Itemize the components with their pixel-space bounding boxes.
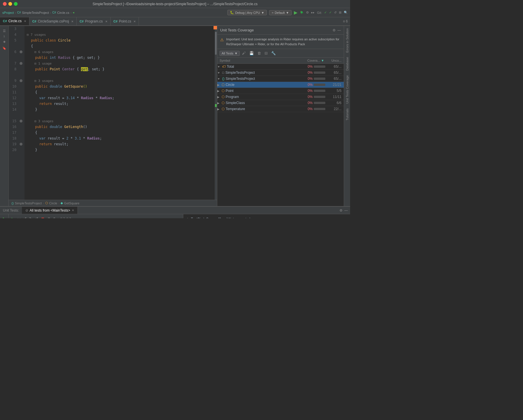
search-icon[interactable]: 🔍	[344, 11, 348, 14]
sidebar-tab-errors[interactable]: Errors in Solution	[345, 26, 350, 55]
program-pct: 0%	[308, 95, 313, 99]
tab-main-tests[interactable]: ⊘ All tests from <MainTests> ✕	[22, 207, 78, 214]
expand-circle[interactable]: ▶	[217, 83, 220, 86]
coverage-row-project[interactable]: ▼ □ SimpleTestsProject 0% 65/...	[217, 70, 344, 76]
simpleclass-icon: ⬡	[222, 101, 224, 105]
nav-file[interactable]: Circle.cs	[57, 11, 69, 14]
coverage-minimize-icon[interactable]: —	[337, 28, 341, 32]
breadcrumb-namespace[interactable]: SimpleTestsProject	[15, 201, 42, 205]
coverage-filter-icon[interactable]: ⊟	[263, 50, 269, 56]
close-tab-sample[interactable]: ✕	[71, 20, 73, 23]
expand-ns[interactable]: ▼	[217, 77, 220, 80]
circle-bar-bg	[314, 84, 325, 86]
tabs-overflow[interactable]: ≡ 6	[341, 17, 350, 25]
git-window[interactable]: ⊞	[339, 11, 341, 14]
sidebar-tab-tutorials[interactable]: Tutorials	[345, 106, 350, 123]
sidebar-bookmark-icon[interactable]: 🔖	[1, 46, 7, 51]
git-push[interactable]: ✓	[324, 11, 327, 14]
test-run-all-btn[interactable]: ⏭	[16, 216, 22, 219]
code-editor[interactable]: ⊟ 7 usages public class Circle { ⊟ 6 usa…	[24, 26, 215, 200]
col-coverage-header[interactable]: Covera... ▼	[303, 58, 326, 63]
test-stop-btn[interactable]: ⏹	[40, 216, 45, 219]
debug-button[interactable]: 🪲	[300, 11, 304, 14]
minimize-button[interactable]	[8, 2, 12, 6]
expand-total[interactable]: ▼	[217, 65, 220, 68]
scrollbar-thumb[interactable]	[215, 32, 217, 55]
breadcrumb-class[interactable]: Circle	[49, 201, 57, 205]
program-class-name: Program	[226, 95, 239, 99]
sidebar-explorer-icon[interactable]: ☰	[2, 28, 7, 34]
code-line: ⊟ 3 usages	[27, 118, 215, 124]
test-rerun-btn[interactable]: ↻	[29, 216, 33, 219]
test-settings-icon[interactable]: ⚙	[53, 217, 56, 219]
coverage-save-icon[interactable]: 💾	[248, 50, 255, 56]
close-tab-point[interactable]: ✕	[133, 20, 136, 23]
coverage-row-simpleclass[interactable]: ▶ ⬡ SimpleClass 0% 6/6	[217, 100, 344, 106]
default-config[interactable]: ≈ Default ▼	[269, 10, 292, 15]
coverage-table-header: Symbol Covera... ▼ Unco...	[217, 58, 344, 64]
unit-tests-label: Unit Tests:	[0, 207, 22, 214]
left-sidebar: ☰ 1 ◈ 🔖	[0, 26, 9, 206]
sidebar-git-icon[interactable]: ◈	[2, 39, 6, 44]
expand-temperature[interactable]: ▶	[217, 108, 220, 111]
close-tab-program[interactable]: ✕	[105, 20, 107, 23]
test-pause-btn[interactable]: ⏸	[46, 216, 52, 219]
namespace-name: SimpleTestsProject	[226, 77, 255, 81]
close-button[interactable]	[3, 2, 7, 6]
line-numbers: 3 4 5 6 7 8 9 10 11 12 13 14 15 16 17 18	[9, 26, 19, 200]
run-config-icon[interactable]: ▸▸	[311, 11, 315, 14]
editor-scrollbar[interactable]	[215, 26, 217, 200]
breadcrumb-method[interactable]: GetSquare	[64, 201, 79, 205]
simpleclass-pct: 0%	[308, 101, 313, 105]
tab-point[interactable]: C# Point.cs ✕	[111, 17, 139, 25]
coverage-row-point[interactable]: ▶ ⬡ Point 0% 5/5	[217, 88, 344, 94]
tab-circlesample[interactable]: C# CircleSample.csProj ✕	[29, 17, 77, 25]
coverage-row-total[interactable]: ▼ 🏷 Total 0% 65/...	[217, 64, 344, 70]
debug-config[interactable]: 🐛 Debug | Any CPU ▼	[227, 10, 267, 15]
all-tests-dropdown[interactable]: All Tests ▼	[220, 51, 240, 56]
coverage-row-circle[interactable]: ▶ ⬡ Circle 0% 21/21	[217, 82, 344, 88]
sidebar-tab-database[interactable]: Database	[345, 55, 350, 73]
total-name: Total	[227, 65, 234, 69]
run-button[interactable]: ▶	[294, 10, 297, 15]
bottom-settings-icon[interactable]: ⚙	[339, 208, 343, 212]
coverage-settings-icon[interactable]: ⚙	[333, 28, 336, 32]
ignored-icon-2: ⊘	[66, 217, 69, 218]
test-repeat-btn[interactable]: ↺	[34, 216, 39, 219]
coverage-wrench-icon[interactable]: 🔧	[270, 50, 277, 56]
expand-project[interactable]: ▼	[217, 71, 220, 74]
coverage-row-temperature[interactable]: ▶ ⬡ Temperature 0% 22/...	[217, 106, 344, 112]
coverage-run-icon[interactable]: 🖋	[241, 50, 247, 56]
nav-project[interactable]: sProject	[2, 11, 14, 14]
tab-program[interactable]: C# Program.cs ✕	[77, 17, 110, 25]
coverage-row-namespace[interactable]: ▼ () SimpleTestsProject 0% 65/...	[217, 76, 344, 82]
expand-point[interactable]: ▶	[217, 89, 220, 93]
bottom-minimize-icon[interactable]: —	[344, 208, 348, 212]
point-bar-bg	[314, 90, 325, 92]
test-run-failed-btn[interactable]: ↺	[23, 216, 27, 219]
nav-back[interactable]: ◂	[73, 11, 74, 14]
maximize-button[interactable]	[14, 2, 18, 6]
git-undo[interactable]: ↺	[334, 11, 337, 14]
project-icon: □	[222, 71, 224, 75]
build-icon[interactable]: ⚙	[306, 11, 309, 14]
tab-circle-cs[interactable]: C# Circle.cs ✕	[0, 17, 29, 25]
strip-run-icon[interactable]: ▶	[2, 215, 6, 218]
close-main-tests[interactable]: ✕	[72, 209, 74, 212]
program-uncov: 11/11	[326, 95, 344, 99]
git-tick[interactable]: ✓	[329, 11, 332, 14]
code-line	[27, 112, 215, 118]
close-tab-circle[interactable]: ✕	[24, 20, 26, 23]
total-pct: 0%	[308, 65, 313, 69]
code-line: ⊟ 3 usages	[27, 78, 215, 84]
coverage-row-program[interactable]: ▶ ⬡ Program 0% 11/11	[217, 94, 344, 100]
expand-simpleclass[interactable]: ▶	[217, 101, 220, 105]
test-run-btn[interactable]: ▶	[11, 216, 15, 219]
expand-program[interactable]: ▶	[217, 95, 220, 99]
right-sidebar: Errors in Solution Database Unit Tests C…	[344, 26, 350, 206]
nav-solution[interactable]: SimpleTestsProject	[22, 11, 49, 14]
sidebar-tab-coverage[interactable]: Unit Tests Coverage	[345, 73, 350, 106]
test-config-icon[interactable]: ↓	[57, 217, 59, 219]
coverage-delete-icon[interactable]: 🗑	[256, 50, 262, 56]
project-name: SimpleTestsProject	[225, 71, 255, 75]
